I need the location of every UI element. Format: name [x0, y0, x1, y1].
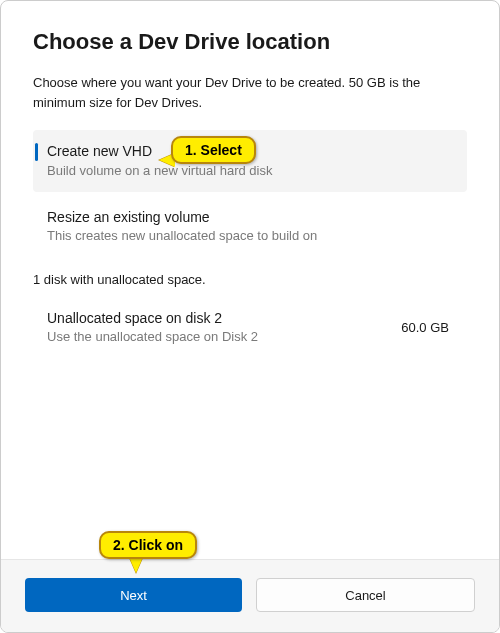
annotation-click-pointer	[129, 557, 143, 573]
page-title: Choose a Dev Drive location	[33, 29, 467, 55]
disk-title: Unallocated space on disk 2	[47, 309, 401, 329]
option-description: Build volume on a new virtual hard disk	[47, 162, 453, 180]
option-description: This creates new unallocated space to bu…	[47, 227, 453, 245]
disk-size: 60.0 GB	[401, 320, 453, 335]
dialog-footer: Next Cancel	[1, 559, 499, 632]
cancel-button[interactable]: Cancel	[256, 578, 475, 612]
disk-description: Use the unallocated space on Disk 2	[47, 328, 401, 346]
dialog-content: Choose a Dev Drive location Choose where…	[1, 1, 499, 559]
page-subtitle: Choose where you want your Dev Drive to …	[33, 73, 467, 112]
next-button[interactable]: Next	[25, 578, 242, 612]
option-title: Resize an existing volume	[47, 208, 453, 228]
unallocated-section-label: 1 disk with unallocated space.	[33, 272, 467, 287]
option-resize-volume[interactable]: Resize an existing volume This creates n…	[33, 196, 467, 258]
annotation-click-on: 2. Click on	[99, 531, 197, 559]
annotation-select: 1. Select	[171, 136, 256, 164]
option-unallocated-disk-2[interactable]: Unallocated space on disk 2 Use the unal…	[33, 297, 467, 359]
